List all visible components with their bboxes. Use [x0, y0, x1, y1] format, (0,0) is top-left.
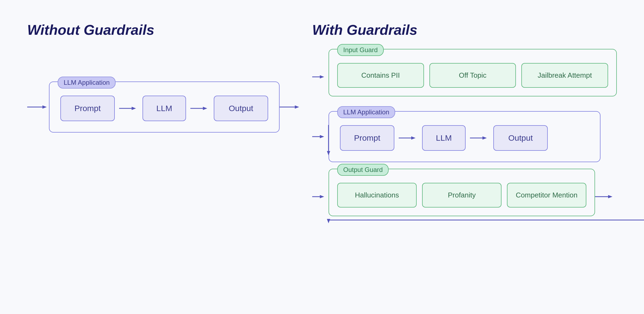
- arrow1r-svg: [399, 133, 418, 143]
- svg-marker-25: [320, 195, 324, 198]
- right-section: With Guardrails: [307, 16, 622, 298]
- arrow2-right: [466, 133, 493, 143]
- arrow1-left: [115, 103, 143, 113]
- left-section: Without Guardrails LLM Application Promp…: [22, 16, 307, 298]
- left-input-arrow: [27, 102, 49, 112]
- llm-input-arrow: [312, 132, 326, 142]
- flow-row-left: Prompt LLM Output: [60, 96, 268, 121]
- arrow1-svg: [119, 103, 138, 113]
- arrow1-right: [394, 133, 422, 143]
- output-box-left: Output: [214, 96, 268, 121]
- left-output-arrow: [280, 102, 301, 112]
- guard-item-jailbreak: Jailbreak Attempt: [521, 63, 608, 88]
- prompt-box-right: Prompt: [340, 125, 394, 151]
- svg-marker-3: [132, 107, 136, 110]
- flow-row-right: Prompt LLM: [340, 125, 589, 151]
- right-title: With Guardrails: [312, 22, 617, 38]
- arrow2-svg: [190, 103, 209, 113]
- input-guard-arrow: [312, 72, 326, 82]
- guard-item-profanity: Profanity: [422, 183, 501, 208]
- arrow2r-svg: [470, 133, 489, 143]
- llm-app-box-right: LLM Application Prompt LLM: [329, 111, 600, 162]
- input-guard-container: Input Guard Contains PII Off Topic Jailb…: [329, 49, 617, 96]
- output-guard-row: Output Guard Hallucinations Profanity Co…: [312, 169, 617, 224]
- page-container: Without Guardrails LLM Application Promp…: [0, 0, 644, 314]
- svg-marker-7: [295, 105, 299, 109]
- svg-marker-27: [608, 195, 612, 198]
- guard-item-hallucinations: Hallucinations: [337, 183, 417, 208]
- llm-input-arrow-wrapper: [312, 132, 329, 142]
- arrow2-left: [186, 103, 214, 113]
- llm-app-label-left: LLM Application: [58, 77, 116, 89]
- input-arrow-svg: [27, 102, 49, 112]
- llm-app-label-right: LLM Application: [337, 106, 395, 118]
- guard-item-competitor: Competitor Mention: [507, 183, 586, 208]
- output-arrow-wrapper: [312, 192, 329, 202]
- llm-box-right: LLM: [422, 125, 466, 151]
- svg-marker-23: [482, 136, 487, 140]
- output-box-right: Output: [493, 125, 548, 151]
- guard-item-off-topic: Off Topic: [429, 63, 516, 88]
- llm-app-box-left: LLM Application Prompt LLM: [49, 81, 280, 133]
- output-arrow-svg: [280, 102, 301, 112]
- output-guard-arrow: [312, 192, 326, 202]
- llm-box-left: LLM: [143, 96, 186, 121]
- svg-marker-19: [320, 135, 324, 138]
- svg-marker-17: [320, 75, 324, 78]
- guard-item-pii: Contains PII: [337, 63, 424, 88]
- prompt-box-left: Prompt: [60, 96, 115, 121]
- left-title: Without Guardrails: [27, 22, 301, 38]
- output-guard-container: Output Guard Hallucinations Profanity Co…: [329, 169, 595, 216]
- output-guard-label: Output Guard: [337, 164, 389, 176]
- input-arrow-wrapper: [312, 72, 329, 82]
- input-guard-items: Contains PII Off Topic Jailbreak Attempt: [337, 63, 608, 88]
- final-output-wrapper: [595, 192, 617, 202]
- input-guard-row: Input Guard Contains PII Off Topic Jailb…: [312, 49, 617, 105]
- llm-app-row: LLM Application Prompt LLM: [312, 111, 617, 162]
- right-diagram-area: Input Guard Contains PII Off Topic Jailb…: [312, 49, 617, 224]
- final-output-arrow: [595, 192, 615, 202]
- left-diagram: LLM Application Prompt LLM: [27, 81, 301, 133]
- output-guard-items: Hallucinations Profanity Competitor Ment…: [337, 183, 586, 208]
- svg-marker-5: [203, 107, 207, 110]
- svg-marker-1: [42, 105, 47, 109]
- input-guard-label: Input Guard: [337, 44, 384, 56]
- svg-marker-21: [411, 136, 416, 140]
